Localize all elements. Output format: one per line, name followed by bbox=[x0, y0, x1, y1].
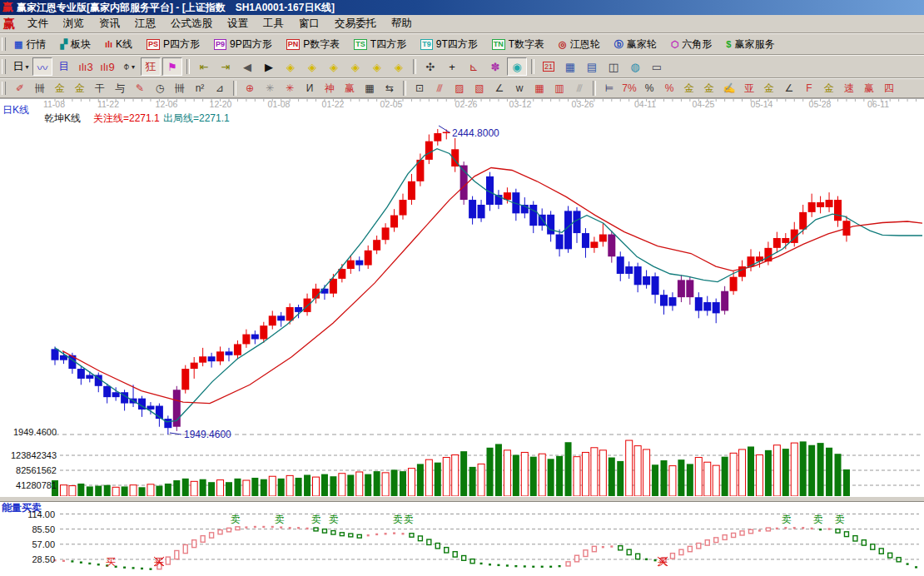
menu-1[interactable]: 浏览 bbox=[56, 15, 92, 32]
tool-draw-ying[interactable]: 赢 bbox=[340, 80, 359, 97]
tool-draw-five[interactable]: 与 bbox=[111, 80, 129, 97]
menu-5[interactable]: 设置 bbox=[220, 15, 256, 32]
tool-draw-gold-fan[interactable]: 金 bbox=[820, 80, 838, 97]
period-day-dropdown-dropdown-arrow[interactable]: ▾ bbox=[25, 63, 28, 71]
tool-draw-angle-flag[interactable]: ⊿ bbox=[211, 80, 229, 97]
tool-draw-angle[interactable]: ∠ bbox=[490, 80, 509, 97]
tool-draw-ratio[interactable]: ⊨ bbox=[600, 80, 618, 97]
tool-calendar-21[interactable]: 21 bbox=[539, 57, 559, 76]
tool-period-day-dropdown[interactable]: 日▾ bbox=[11, 57, 31, 76]
tool-draw-gold-1[interactable]: 金 bbox=[51, 80, 69, 97]
tool-draw-star-gray[interactable]: ✳ bbox=[261, 80, 279, 97]
tool-color-chart[interactable]: ⚑ bbox=[162, 57, 182, 76]
toolbar-grip[interactable] bbox=[2, 37, 6, 52]
tool-gann-nav-3[interactable]: ◈ bbox=[324, 57, 344, 76]
tool-printer[interactable]: ▭ bbox=[647, 57, 667, 76]
tool-gann-nav-6[interactable]: ◈ bbox=[389, 57, 409, 76]
tool-draw-box-diag[interactable]: ▨ bbox=[450, 80, 469, 97]
tool-calculator[interactable]: ▦ bbox=[560, 57, 580, 76]
toolbar-item-winner-wheel[interactable]: ⓑ赢家轮 bbox=[610, 37, 661, 52]
tool-notepad[interactable]: ▤ bbox=[582, 57, 602, 76]
toolbar-item-p-square[interactable]: PSP四方形 bbox=[142, 37, 204, 52]
toolbar-item-9p-square[interactable]: P99P四方形 bbox=[210, 37, 276, 52]
tool-gann-flower-tool[interactable]: ✽ bbox=[485, 57, 505, 76]
toolbar-item-hexagon[interactable]: ⬡六角形 bbox=[667, 37, 717, 52]
menu-3[interactable]: 江恩 bbox=[127, 15, 163, 32]
tool-draw-grid-red2[interactable]: ▥ bbox=[550, 80, 569, 97]
tool-draw-ya[interactable]: 亚 bbox=[740, 80, 758, 97]
tool-kuang-tool[interactable]: 狂 bbox=[141, 57, 161, 76]
tool-draw-grid-red[interactable]: ▦ bbox=[530, 80, 549, 97]
tool-next-bar[interactable]: ▶ bbox=[259, 57, 279, 76]
tool-draw-zigzag[interactable]: w bbox=[510, 80, 529, 97]
menu-8[interactable]: 交易委托 bbox=[327, 15, 384, 32]
toolbar-item-t-square[interactable]: TST四方形 bbox=[350, 37, 410, 52]
tool-draw-four-line[interactable]: 四 bbox=[880, 80, 898, 97]
candle-style-dropdown-dropdown-arrow[interactable]: ▾ bbox=[132, 63, 135, 71]
tool-gann-nav-1[interactable]: ◈ bbox=[281, 57, 301, 76]
tool-first-bar[interactable]: ⇤ bbox=[194, 57, 214, 76]
tool-draw-parallel[interactable]: ⫻ bbox=[570, 80, 589, 97]
toolbar-item-t-number-table[interactable]: TNT数字表 bbox=[488, 37, 549, 52]
tool-draw-rays[interactable]: ⫻ bbox=[430, 80, 449, 97]
tool-draw-brush[interactable]: ✍ bbox=[720, 80, 738, 97]
menu-9[interactable]: 帮助 bbox=[384, 15, 420, 32]
toolbar-item-gann-wheel[interactable]: ◎江恩轮 bbox=[554, 37, 604, 52]
toolbar-grip[interactable] bbox=[2, 59, 6, 74]
tool-draw-grid-lines[interactable]: 卌 bbox=[31, 80, 49, 97]
tool-draw-span[interactable]: ⇆ bbox=[380, 80, 399, 97]
toolbar-item-9t-square[interactable]: T99T四方形 bbox=[416, 37, 482, 52]
toolbar-item-winner-service[interactable]: $赢家服务 bbox=[722, 37, 778, 52]
tool-draw-n-quote[interactable]: И bbox=[301, 80, 319, 97]
tool-draw-gold-2[interactable]: 金 bbox=[71, 80, 89, 97]
toolbar-item-sectors[interactable]: ▞板块 bbox=[56, 37, 94, 52]
tool-draw-grid-123[interactable]: ▦ bbox=[360, 80, 379, 97]
menu-4[interactable]: 公式选股 bbox=[163, 15, 220, 32]
tool-draw-pen-2[interactable]: ✎ bbox=[131, 80, 149, 97]
tool-bars-9[interactable]: ılı9 bbox=[97, 57, 117, 76]
menu-2[interactable]: 资讯 bbox=[92, 15, 127, 32]
tool-wave-chart[interactable]: 〰 bbox=[32, 57, 52, 76]
tool-draw-ying-line[interactable]: 赢 bbox=[860, 80, 878, 97]
tool-draw-y-angle[interactable]: ∠ bbox=[780, 80, 798, 97]
tool-gann-nav-4[interactable]: ◈ bbox=[345, 57, 365, 76]
tool-draw-shen[interactable]: 神 bbox=[320, 80, 339, 97]
tool-draw-f-angle[interactable]: F bbox=[800, 80, 818, 97]
tool-draw-grid-2[interactable]: 卌 bbox=[171, 80, 189, 97]
tool-info-panel[interactable]: 目 bbox=[54, 57, 74, 76]
toolbar-grip[interactable] bbox=[2, 82, 6, 94]
tool-draw-box-diag2[interactable]: ▧ bbox=[470, 80, 489, 97]
tool-candle-style-dropdown[interactable]: ⌽▾ bbox=[119, 57, 139, 76]
tool-draw-box-axis[interactable]: ⊡ bbox=[410, 80, 429, 97]
tool-draw-pct-7[interactable]: 7% bbox=[620, 80, 638, 97]
toolbar-item-kline[interactable]: ılıK线 bbox=[101, 37, 137, 52]
tool-draw-gold-angle[interactable]: 金 bbox=[760, 80, 778, 97]
tool-draw-speed-line[interactable]: 速 bbox=[840, 80, 858, 97]
tool-draw-time-clock[interactable]: ◷ bbox=[151, 80, 169, 97]
tool-prev-bar[interactable]: ◀ bbox=[237, 57, 257, 76]
menu-6[interactable]: 工具 bbox=[256, 15, 291, 32]
tool-draw-gold-line[interactable]: 金 bbox=[700, 80, 718, 97]
tool-gann-nav-2[interactable]: ◈ bbox=[302, 57, 322, 76]
tool-draw-n2[interactable]: n² bbox=[191, 80, 209, 97]
tool-draw-pen[interactable]: ✐ bbox=[11, 80, 29, 97]
tool-brain-tool[interactable]: ◉ bbox=[507, 57, 527, 76]
tool-crosshair-tool[interactable]: + bbox=[442, 57, 462, 76]
panel-splitter[interactable] bbox=[0, 496, 924, 502]
tool-draw-pct[interactable]: % bbox=[640, 80, 658, 97]
tool-last-bar[interactable]: ⇥ bbox=[216, 57, 236, 76]
tool-angle-tool[interactable]: ⊾ bbox=[464, 57, 484, 76]
tool-save-disk[interactable]: ◫ bbox=[604, 57, 623, 76]
title-bar[interactable]: 赢 赢家江恩专业版[赢家内部服务平台] - [上证指数 SH1A0001-167… bbox=[0, 0, 924, 15]
tool-network-globe[interactable]: ◍ bbox=[625, 57, 645, 76]
toolbar-item-p-number-table[interactable]: PNP数字表 bbox=[282, 37, 345, 52]
toolbar-item-quotes[interactable]: ▦行情 bbox=[10, 37, 50, 52]
tool-draw-star-red[interactable]: ✳ bbox=[281, 80, 299, 97]
tool-bars-3[interactable]: ılı3 bbox=[76, 57, 96, 76]
tool-hand-tool[interactable]: ✣ bbox=[420, 57, 440, 76]
chart-area[interactable]: 11-0811-2212-0612-2001-0801-2202-0502-26… bbox=[0, 98, 924, 576]
tool-gann-nav-5[interactable]: ◈ bbox=[367, 57, 387, 76]
menu-7[interactable]: 窗口 bbox=[291, 15, 327, 32]
tool-draw-f-grid[interactable]: 干 bbox=[91, 80, 109, 97]
tool-draw-gold-circle[interactable]: 金 bbox=[680, 80, 698, 97]
